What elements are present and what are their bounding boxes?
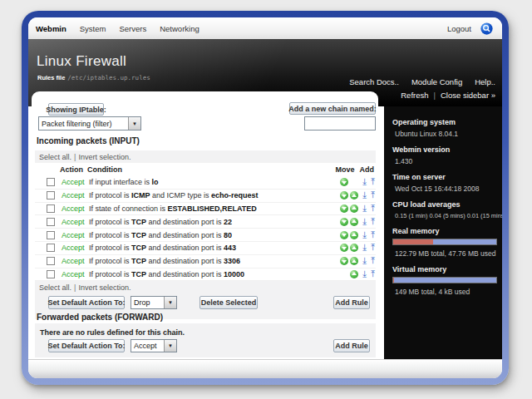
rule-condition: If protocol is TCP and destination port …	[89, 257, 340, 265]
table-header-row: Action Condition Move Add	[35, 163, 376, 176]
navbar-item-servers[interactable]: Servers	[119, 24, 146, 33]
add-rule-below-icon[interactable]: ⤓	[362, 257, 367, 265]
rule-action-link[interactable]: Accept	[62, 270, 89, 278]
window-footer	[28, 359, 502, 378]
add-rule-above-icon[interactable]: ⤒	[371, 257, 375, 265]
select-all-link[interactable]: Select all.	[39, 153, 71, 161]
memory-bar	[392, 239, 497, 245]
add-rule-below-icon[interactable]: ⤓	[362, 218, 367, 226]
sidebar-stat-label: Time on server	[392, 173, 499, 181]
sidebar-stat-label: Operating system	[392, 118, 499, 126]
invert-selection-link[interactable]: Invert selection.	[78, 283, 131, 292]
add-rule-above-icon[interactable]: ⤒	[371, 244, 375, 252]
forward-default-select[interactable]: Accept ▼	[131, 339, 177, 352]
rule-icons: ⤓ ⤒	[340, 270, 375, 278]
close-sidebar-link[interactable]: Close sidebar »	[441, 91, 495, 100]
header-link[interactable]: Module Config	[411, 77, 462, 86]
rule-action-link[interactable]: Accept	[62, 231, 89, 239]
move-up-icon[interactable]	[350, 218, 358, 226]
default-action-select[interactable]: Drop ▼	[131, 296, 177, 309]
divider: |	[74, 153, 76, 161]
add-rule-above-icon[interactable]: ⤒	[371, 178, 375, 186]
move-up-icon[interactable]	[350, 231, 358, 239]
add-rule-below-icon[interactable]: ⤓	[362, 270, 367, 278]
rule-icons: ⤓ ⤒	[340, 178, 375, 186]
rule-condition: If protocol is TCP and destination port …	[89, 244, 340, 252]
chain-name-input[interactable]	[304, 116, 376, 131]
rule-checkbox[interactable]	[47, 191, 55, 200]
rule-checkbox[interactable]	[47, 244, 55, 252]
navbar-item-system[interactable]: System	[80, 24, 106, 33]
sidebar-stat: Webmin version 1.430	[392, 145, 499, 165]
add-rule-button[interactable]: Add Rule	[333, 339, 370, 352]
add-chain-button[interactable]: Add a new chain named:	[289, 102, 376, 115]
refresh-link[interactable]: Refresh	[401, 91, 428, 100]
add-rule-below-icon[interactable]: ⤓	[362, 244, 367, 252]
move-down-icon[interactable]	[340, 257, 348, 265]
move-down-icon[interactable]	[340, 218, 348, 226]
input-section-heading: Incoming packets (INPUT)	[37, 136, 140, 145]
rules-file-path: /etc/iptables.up.rules	[67, 74, 150, 81]
rule-checkbox[interactable]	[47, 218, 55, 226]
add-rule-above-icon[interactable]: ⤒	[371, 231, 375, 239]
invert-selection-link[interactable]: Invert selection.	[78, 153, 131, 161]
delete-selected-button[interactable]: Delete Selected	[200, 296, 258, 309]
column-condition: Condition	[87, 165, 122, 174]
memory-bar-used	[393, 278, 394, 283]
add-rule-button[interactable]: Add Rule	[333, 296, 370, 309]
table-row: Accept If state of connection is ESTABLI…	[35, 203, 376, 216]
move-up-icon[interactable]	[350, 244, 358, 252]
showing-iptable-button[interactable]: Showing IPtable:	[48, 103, 104, 116]
search-icon[interactable]	[480, 22, 493, 35]
navbar-item-networking[interactable]: Networking	[160, 24, 200, 33]
move-down-icon[interactable]	[340, 231, 348, 239]
sidebar-controls: Refresh|Close sidebar »	[401, 91, 495, 100]
rule-condition: If protocol is TCP and destination port …	[89, 218, 340, 226]
add-rule-above-icon[interactable]: ⤒	[371, 191, 375, 200]
select-all-link[interactable]: Select all.	[39, 283, 71, 292]
navbar-item-webmin[interactable]: Webmin	[36, 24, 66, 33]
move-down-icon[interactable]	[340, 204, 348, 213]
add-rule-above-icon[interactable]: ⤒	[371, 204, 375, 213]
rule-checkbox[interactable]	[47, 204, 55, 213]
add-rule-below-icon[interactable]: ⤓	[362, 231, 367, 239]
rule-action-link[interactable]: Accept	[62, 204, 89, 213]
header-link[interactable]: Search Docs..	[349, 77, 399, 86]
rule-action-link[interactable]: Accept	[62, 178, 89, 186]
move-up-icon[interactable]	[350, 270, 358, 278]
set-default-action-button[interactable]: Set Default Action To:	[48, 296, 125, 309]
table-row: Accept If protocol is TCP and destinatio…	[35, 215, 376, 229]
add-rule-above-icon[interactable]: ⤒	[371, 218, 375, 226]
rule-action-link[interactable]: Accept	[62, 218, 89, 226]
rule-action-link[interactable]: Accept	[62, 191, 89, 200]
rule-condition: If protocol is ICMP and ICMP type is ech…	[89, 191, 340, 200]
set-default-action-button[interactable]: Set Default Action To:	[48, 339, 125, 352]
iptable-select[interactable]: Packet filtering (filter) ▼	[38, 116, 141, 131]
rule-checkbox[interactable]	[47, 257, 55, 265]
move-down-icon[interactable]	[340, 244, 348, 252]
move-up-icon[interactable]	[350, 191, 358, 200]
rule-condition: If protocol is TCP and destination port …	[89, 231, 340, 239]
memory-bar	[392, 277, 497, 283]
select-bar-bottom: Select all. | Invert selection.	[35, 281, 376, 293]
add-rule-below-icon[interactable]: ⤓	[362, 178, 367, 186]
rules-rows: Accept If input interface is lo ⤓ ⤒ Acce…	[35, 176, 376, 281]
rule-checkbox[interactable]	[47, 178, 55, 186]
move-up-icon[interactable]	[350, 204, 358, 213]
move-down-icon[interactable]	[340, 178, 348, 186]
rule-action-link[interactable]: Accept	[62, 257, 89, 265]
rule-action-link[interactable]: Accept	[62, 244, 89, 252]
rule-checkbox[interactable]	[47, 270, 55, 278]
add-rule-above-icon[interactable]: ⤒	[371, 270, 375, 278]
add-rule-below-icon[interactable]: ⤓	[362, 204, 367, 213]
logout-link[interactable]: Logout	[447, 24, 471, 33]
chevron-down-icon: ▼	[128, 117, 140, 130]
move-down-icon[interactable]	[340, 191, 348, 200]
header-link[interactable]: Help..	[475, 77, 495, 86]
add-rule-below-icon[interactable]: ⤓	[362, 191, 367, 200]
forward-actions-row: Set Default Action To: Accept ▼ Add Rule	[35, 337, 376, 358]
table-row: Accept If protocol is TCP and destinatio…	[35, 255, 376, 268]
move-up-icon[interactable]	[350, 257, 358, 265]
rule-checkbox[interactable]	[47, 231, 55, 239]
select-bar-top: Select all. | Invert selection.	[35, 150, 376, 163]
